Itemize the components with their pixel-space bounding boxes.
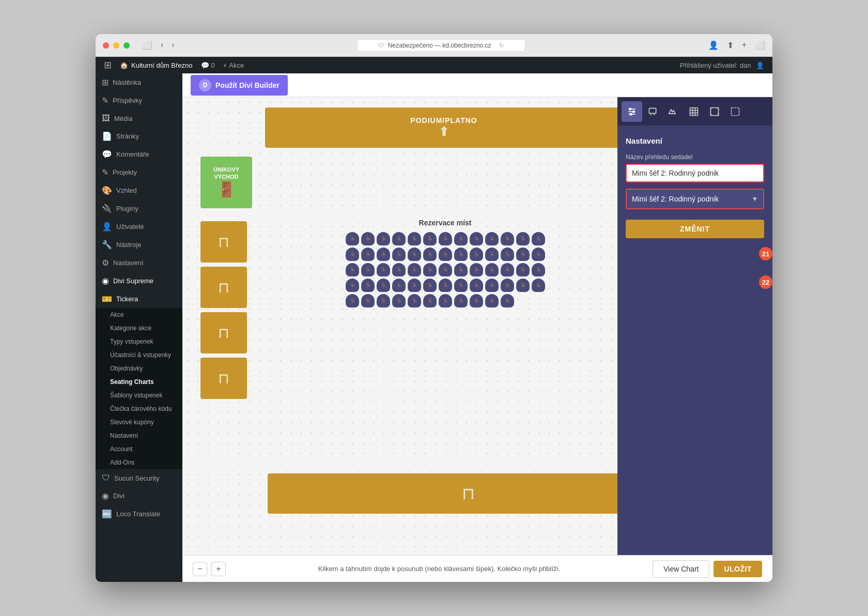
sidebar-item-uzivatele[interactable]: 👤 Uživatelé xyxy=(96,218,182,236)
sidebar-item-komentare[interactable]: 💬 Komentáře xyxy=(96,145,182,163)
seat[interactable]: 🪑 xyxy=(454,232,468,245)
seat[interactable]: 🪑 xyxy=(408,279,421,292)
admin-add-new[interactable]: + Akce xyxy=(223,61,244,69)
seat[interactable]: 🪑 xyxy=(454,263,468,276)
seat[interactable]: 🪑 xyxy=(485,232,499,245)
seat[interactable]: 🪑 xyxy=(392,263,406,276)
seat[interactable]: 🪑 xyxy=(346,263,359,276)
seat[interactable]: 🪑 xyxy=(470,232,483,245)
back-icon[interactable]: ‹ xyxy=(161,40,163,50)
seat[interactable]: 🪑 xyxy=(439,232,452,245)
seat[interactable]: 🪑 xyxy=(408,263,421,276)
seat[interactable]: 🪑 xyxy=(470,248,483,261)
sidebar-item-divi-supreme[interactable]: ◉ Divi Supreme xyxy=(96,272,182,290)
settings-tool-sliders[interactable] xyxy=(622,101,642,122)
seat[interactable]: 🪑 xyxy=(516,232,530,245)
seat[interactable]: 🪑 xyxy=(485,279,499,292)
submenu-item-nastaveni2[interactable]: Nastavení xyxy=(96,429,182,442)
admin-site-link[interactable]: 🏠 Kulturní dům Březno xyxy=(120,61,193,69)
seat[interactable]: 🪑 xyxy=(439,248,452,261)
submenu-item-akce[interactable]: Akce xyxy=(96,308,182,321)
seat[interactable]: 🪑 xyxy=(408,232,421,245)
submenu-item-seating-charts[interactable]: Seating Charts xyxy=(96,375,182,389)
settings-tool-select[interactable] xyxy=(725,101,746,122)
submenu-item-addons[interactable]: Add-Ons xyxy=(96,456,182,469)
seat[interactable]: 🪑 xyxy=(361,279,375,292)
seat[interactable]: 🪑 xyxy=(532,263,545,276)
seat[interactable]: 🪑 xyxy=(485,294,499,307)
seat[interactable]: 🪑 xyxy=(408,248,421,261)
submenu-item-ucastnici[interactable]: Účastníci & vstupenky xyxy=(96,348,182,362)
maximize-button[interactable] xyxy=(123,42,130,49)
settings-tool-seat[interactable] xyxy=(642,101,663,122)
submenu-item-account[interactable]: Account xyxy=(96,442,182,456)
sidebar-item-pluginy[interactable]: 🔌 Pluginy xyxy=(96,199,182,218)
seat[interactable]: 🪑 xyxy=(516,248,530,261)
seat[interactable]: 🪑 xyxy=(470,279,483,292)
seat[interactable]: 🪑 xyxy=(392,279,406,292)
submenu-item-kategorie[interactable]: Kategorie akce xyxy=(96,321,182,335)
sidebar-item-projekty[interactable]: ✎ Projekty xyxy=(96,163,182,181)
seat[interactable]: 🪑 xyxy=(346,294,359,307)
zoom-out-button[interactable]: − xyxy=(193,562,207,576)
seat[interactable]: 🪑 xyxy=(485,248,499,261)
seat[interactable]: 🪑 xyxy=(392,294,406,307)
sidebar-item-loco-translate[interactable]: 🔤 Loco Translate xyxy=(96,505,182,523)
seat[interactable]: 🪑 xyxy=(361,248,375,261)
seat[interactable]: 🪑 xyxy=(361,263,375,276)
sidebar-item-nastenkka[interactable]: ⊞ Nástěnka xyxy=(96,73,182,91)
submenu-item-objednavky[interactable]: Objednávky xyxy=(96,362,182,375)
seat[interactable]: 🪑 xyxy=(423,248,437,261)
seat[interactable]: 🪑 xyxy=(532,232,545,245)
seat[interactable]: 🪑 xyxy=(470,294,483,307)
save-button[interactable]: ULOŽIT xyxy=(714,561,762,577)
sidebar-item-nastaveni[interactable]: ⚙ Nastavení xyxy=(96,254,182,272)
submenu-item-typy[interactable]: Typy vstupenek xyxy=(96,335,182,348)
seat[interactable]: 🪑 xyxy=(501,248,514,261)
seat[interactable]: 🪑 xyxy=(423,279,437,292)
seat[interactable]: 🪑 xyxy=(501,232,514,245)
url-bar[interactable]: 🛡 Nezabezpečeno — kd.obecbrezno.cz ↻ xyxy=(357,39,525,52)
seat[interactable]: 🪑 xyxy=(501,279,514,292)
seat[interactable]: 🪑 xyxy=(516,263,530,276)
seat[interactable]: 🪑 xyxy=(501,294,514,307)
chart-select[interactable]: Mimi šéf 2: Rodinný podnik xyxy=(627,190,763,208)
seat[interactable]: 🪑 xyxy=(346,279,359,292)
close-button[interactable] xyxy=(103,42,109,49)
chart-name-input[interactable] xyxy=(626,164,764,182)
settings-tool-table[interactable] xyxy=(684,101,704,122)
seat[interactable]: 🪑 xyxy=(516,279,530,292)
submenu-item-slevove[interactable]: Slevové kupóny xyxy=(96,415,182,429)
seat[interactable]: 🪑 xyxy=(392,232,406,245)
seat[interactable]: 🪑 xyxy=(361,294,375,307)
admin-user[interactable]: Přihlášený uživatel: dan 👤 xyxy=(680,61,764,69)
seat[interactable]: 🪑 xyxy=(485,263,499,276)
seat[interactable]: 🪑 xyxy=(392,248,406,261)
seat[interactable]: 🪑 xyxy=(532,248,545,261)
chart-area[interactable]: PODIUM/PLATNO ⬆ ÚNIKOVÝ VÝCHOD 🚪 ⊓ ⊓ ⊓ ⊓ xyxy=(182,97,772,555)
sidebar-item-media[interactable]: 🖼 Média xyxy=(96,110,182,127)
submenu-item-ctecka[interactable]: Čtečka čárového kódu xyxy=(96,402,182,415)
seat[interactable]: 🪑 xyxy=(454,279,468,292)
sidebar-item-prispevky[interactable]: ✎ Příspěvky xyxy=(96,91,182,110)
seat[interactable]: 🪑 xyxy=(346,232,359,245)
reload-icon[interactable]: ↻ xyxy=(499,42,504,49)
seat[interactable]: 🪑 xyxy=(439,263,452,276)
zoom-in-button[interactable]: + xyxy=(211,562,226,576)
tabs-icon[interactable]: ⬜ xyxy=(755,40,765,50)
share-icon[interactable]: ⬆ xyxy=(727,40,734,50)
sidebar-item-stranky[interactable]: 📄 Stránky xyxy=(96,127,182,145)
seat[interactable]: 🪑 xyxy=(346,248,359,261)
seat[interactable]: 🪑 xyxy=(470,263,483,276)
seat[interactable]: 🪑 xyxy=(439,279,452,292)
sidebar-item-sucuri[interactable]: 🛡 Sucuri Security xyxy=(96,469,182,487)
seat[interactable]: 🪑 xyxy=(423,294,437,307)
seat[interactable]: 🪑 xyxy=(377,294,390,307)
sidebar-item-divi[interactable]: ◉ Divi xyxy=(96,487,182,505)
settings-tool-shoe[interactable] xyxy=(663,101,684,122)
sidebar-item-vzhled[interactable]: 🎨 Vzhled xyxy=(96,181,182,199)
account-icon[interactable]: 👤 xyxy=(708,40,719,50)
seat[interactable]: 🪑 xyxy=(532,279,545,292)
seat[interactable]: 🪑 xyxy=(454,248,468,261)
seat[interactable]: 🪑 xyxy=(423,263,437,276)
